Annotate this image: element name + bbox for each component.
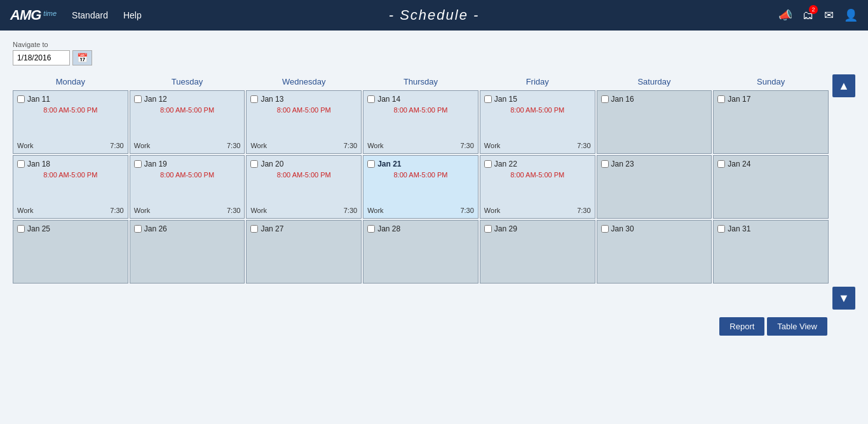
time-jan21: 8:00 AM-5:00 PM (367, 171, 474, 179)
work-jan22: Work7:30 (484, 204, 591, 214)
work-jan18: Work7:30 (17, 204, 124, 214)
date-jan22: Jan 22 (494, 160, 517, 168)
date-jan26: Jan 26 (144, 224, 167, 233)
user-icon[interactable]: 👤 (844, 8, 858, 22)
cell-jan13: Jan 13 8:00 AM-5:00 PM Work7:30 (246, 90, 362, 154)
calendar-button[interactable]: 📅 (72, 50, 92, 65)
megaphone-icon[interactable]: 📣 (778, 8, 792, 22)
work-jan14: Work7:30 (367, 139, 474, 149)
checkbox-jan16[interactable] (601, 95, 609, 103)
checkbox-jan23[interactable] (601, 160, 609, 168)
cell-jan16: Jan 16 (597, 90, 712, 154)
cell-jan27: Jan 27 (246, 220, 362, 284)
bottom-bar: Report Table View (13, 317, 855, 336)
date-jan27: Jan 27 (261, 224, 283, 233)
header-tuesday: Tuesday (130, 74, 245, 89)
header: AMG time Standard Help - Schedule - 📣 🗂 … (0, 0, 868, 31)
cell-jan17: Jan 17 (713, 90, 829, 154)
header-wednesday: Wednesday (246, 74, 362, 89)
logo-text: AMG (10, 7, 41, 24)
cell-jan21: Jan 21 8:00 AM-5:00 PM Work7:30 (363, 155, 478, 219)
header-sunday: Sunday (713, 74, 829, 89)
date-jan21: Jan 21 (377, 160, 401, 168)
nav-help[interactable]: Help (123, 10, 142, 20)
work-jan21: Work7:30 (367, 204, 474, 214)
checkbox-jan17[interactable] (717, 95, 725, 103)
date-jan31: Jan 31 (728, 224, 750, 233)
checkbox-jan27[interactable] (250, 225, 258, 233)
checkbox-jan22[interactable] (484, 160, 492, 168)
cell-jan15: Jan 15 8:00 AM-5:00 PM Work7:30 (480, 90, 595, 154)
cell-jan24: Jan 24 (713, 155, 829, 219)
header-saturday: Saturday (597, 74, 712, 89)
date-jan19: Jan 19 (144, 160, 167, 168)
cell-jan20: Jan 20 8:00 AM-5:00 PM Work7:30 (246, 155, 362, 219)
checkbox-jan18[interactable] (17, 160, 25, 168)
work-jan19: Work7:30 (134, 204, 241, 214)
checkbox-jan31[interactable] (717, 225, 725, 233)
time-jan11: 8:00 AM-5:00 PM (17, 106, 124, 114)
cell-jan19: Jan 19 8:00 AM-5:00 PM Work7:30 (130, 155, 245, 219)
cell-jan29: Jan 29 (480, 220, 595, 284)
calendar-wrapper: Monday Tuesday Wednesday Thursday Friday… (13, 74, 855, 310)
page-title: - Schedule - (389, 7, 480, 24)
table-view-button[interactable]: Table View (767, 317, 827, 336)
date-jan23: Jan 23 (611, 160, 634, 168)
time-jan15: 8:00 AM-5:00 PM (484, 106, 591, 114)
date-jan28: Jan 28 (377, 224, 400, 233)
checkbox-jan11[interactable] (17, 95, 25, 103)
mail-icon[interactable]: ✉ (824, 8, 834, 22)
date-jan25: Jan 25 (27, 224, 50, 233)
date-jan29: Jan 29 (494, 224, 517, 233)
time-jan20: 8:00 AM-5:00 PM (250, 171, 357, 179)
checkbox-jan25[interactable] (17, 225, 25, 233)
navigate-label: Navigate to (13, 41, 855, 48)
checkbox-jan29[interactable] (484, 225, 492, 233)
work-jan15: Work7:30 (484, 139, 591, 149)
checkbox-jan19[interactable] (134, 160, 142, 168)
header-thursday: Thursday (363, 74, 478, 89)
checkbox-jan28[interactable] (367, 225, 375, 233)
report-button[interactable]: Report (719, 317, 764, 336)
cell-jan22: Jan 22 8:00 AM-5:00 PM Work7:30 (480, 155, 595, 219)
checkbox-jan12[interactable] (134, 95, 142, 103)
navigate-input[interactable] (13, 50, 70, 65)
date-jan30: Jan 30 (611, 224, 634, 233)
scroll-down-button[interactable]: ▼ (832, 287, 855, 310)
date-jan13: Jan 13 (261, 95, 283, 104)
cell-jan28: Jan 28 (363, 220, 478, 284)
cell-jan31: Jan 31 (713, 220, 829, 284)
logo-time: time (43, 10, 57, 17)
checkbox-jan24[interactable] (717, 160, 725, 168)
cell-jan18: Jan 18 8:00 AM-5:00 PM Work7:30 (13, 155, 128, 219)
briefcase-icon[interactable]: 🗂 2 (803, 9, 814, 22)
date-jan15: Jan 15 (494, 95, 517, 104)
cell-jan30: Jan 30 (597, 220, 712, 284)
checkbox-jan20[interactable] (250, 160, 258, 168)
briefcase-badge: 2 (809, 5, 818, 14)
header-nav: Standard Help (72, 10, 142, 20)
checkbox-jan30[interactable] (601, 225, 609, 233)
work-jan12: Work7:30 (134, 139, 241, 149)
checkbox-jan15[interactable] (484, 95, 492, 103)
header-monday: Monday (13, 74, 128, 89)
date-jan12: Jan 12 (144, 95, 167, 104)
calendar-grid: Jan 11 8:00 AM-5:00 PM Work7:30 Jan 12 8… (13, 90, 829, 284)
scroll-up-button[interactable]: ▲ (832, 74, 855, 97)
checkbox-jan14[interactable] (367, 95, 375, 103)
nav-standard[interactable]: Standard (72, 10, 108, 20)
cell-jan26: Jan 26 (130, 220, 245, 284)
time-jan12: 8:00 AM-5:00 PM (134, 106, 241, 114)
time-jan18: 8:00 AM-5:00 PM (17, 171, 124, 179)
cell-jan25: Jan 25 (13, 220, 128, 284)
logo: AMG time (10, 7, 57, 24)
checkbox-jan13[interactable] (250, 95, 258, 103)
time-jan14: 8:00 AM-5:00 PM (367, 106, 474, 114)
checkbox-jan21[interactable] (367, 160, 375, 168)
checkbox-jan26[interactable] (134, 225, 142, 233)
navigate-section: Navigate to 📅 (13, 41, 855, 65)
cell-jan11: Jan 11 8:00 AM-5:00 PM Work7:30 (13, 90, 128, 154)
main-content: Navigate to 📅 Monday Tuesday Wednesday T… (0, 31, 868, 424)
date-jan11: Jan 11 (27, 95, 50, 104)
cell-jan14: Jan 14 8:00 AM-5:00 PM Work7:30 (363, 90, 478, 154)
